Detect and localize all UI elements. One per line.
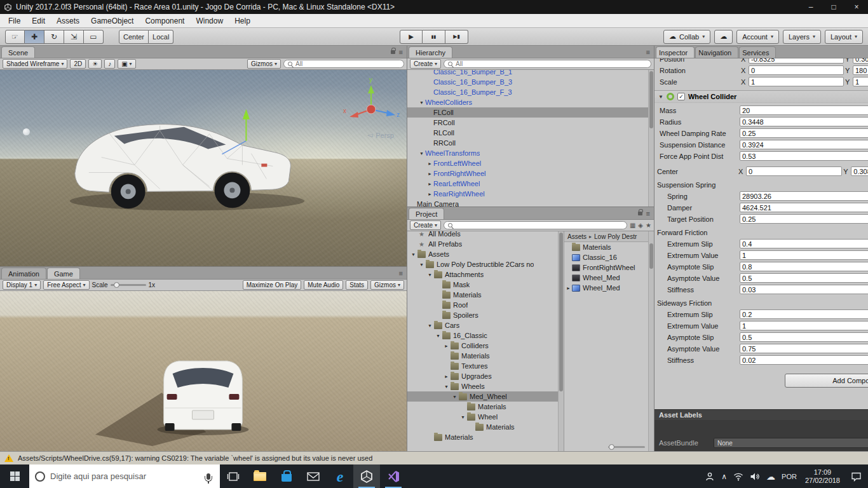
visual-studio-button[interactable] [380,464,407,488]
field-input[interactable] [740,285,868,294]
tab-scene[interactable]: Scene [1,46,35,58]
scale-slider[interactable] [111,284,146,286]
scene-viewport[interactable]: y x z ◅ Persp [0,70,407,266]
tab-animation[interactable]: Animation [1,268,46,279]
task-view-button[interactable] [220,464,247,488]
project-folder-item[interactable]: Wheels [407,381,558,391]
add-component-button[interactable]: Add Component [785,374,868,388]
x-input[interactable] [749,65,844,75]
pan-tool-button[interactable]: ☞ [5,30,25,44]
field-input[interactable] [740,250,868,260]
hierarchy-item[interactable]: WheelColliders [407,97,648,107]
menu-item[interactable]: GameObject [85,14,139,27]
volume-button[interactable] [747,464,763,488]
play-button[interactable]: ▶ [400,30,423,44]
mail-button[interactable] [300,464,327,488]
scene-gizmos-dropdown[interactable]: Gizmos▾ [247,59,281,69]
field-input[interactable] [740,191,868,201]
project-folder-item[interactable]: Textures [407,361,558,371]
hierarchy-item[interactable]: Main Camera [407,199,648,207]
field-input[interactable] [740,203,868,212]
breadcrumb-root[interactable]: Assets [567,233,587,240]
hierarchy-item[interactable]: RLColl [407,128,648,138]
cloud-services-button[interactable]: ☁ [714,30,733,44]
foldout-icon[interactable] [426,323,433,328]
hierarchy-search-input[interactable] [456,60,647,67]
stats-toggle[interactable]: Stats [346,280,368,290]
taskbar-search-input[interactable] [50,471,201,481]
step-button[interactable]: ▶▮ [445,30,468,44]
inspector-tab[interactable]: Navigation [695,46,738,58]
hierarchy-item[interactable]: WheelTransforms [407,148,648,158]
hierarchy-item[interactable]: RearLeftWheel [407,179,648,189]
project-folder-item[interactable]: All Prefabs [407,239,558,249]
foldout-icon[interactable] [566,286,571,290]
people-button[interactable] [702,464,718,488]
project-search-input[interactable] [456,222,623,229]
tab-project[interactable]: Project [409,208,444,219]
scene-search-input[interactable] [295,60,400,67]
project-folder-item[interactable]: Materials [407,351,558,361]
foldout-icon[interactable] [410,252,417,257]
foldout-icon[interactable] [426,161,433,166]
foldout-icon[interactable] [418,151,425,156]
field-input[interactable] [740,140,868,149]
field-input[interactable] [740,262,868,271]
hierarchy-create-dropdown[interactable]: Create▾ [410,59,441,69]
scrollbar-thumb[interactable] [649,243,653,269]
hierarchy-item[interactable]: FrontRightWheel [407,168,648,179]
account-dropdown[interactable]: Account▾ [736,30,779,44]
x-input[interactable] [746,166,842,176]
project-folder-item[interactable]: All Models [407,231,558,239]
mute-audio-toggle[interactable]: Mute Audio [304,280,343,290]
layout-dropdown[interactable]: Layout▾ [825,30,863,44]
project-folder-item[interactable]: Cars [407,320,558,330]
lock-icon[interactable] [391,50,395,54]
axis-center-ball[interactable] [367,105,376,114]
action-center-button[interactable] [845,471,867,482]
field-input[interactable] [740,332,868,342]
effects-dropdown[interactable]: ▣▾ [118,59,135,69]
status-bar[interactable]: Assets/Scripts/WheelDrive.cs(59,17): war… [0,451,868,464]
microphone-icon[interactable] [207,473,210,480]
hierarchy-item[interactable]: RRColl [407,138,648,148]
favorites-icon[interactable]: ★ [646,222,651,229]
scene-search-box[interactable] [283,60,404,68]
hierarchy-scrollbar[interactable] [648,70,654,207]
project-folder-item[interactable]: Wheel [407,412,558,422]
project-folder-item[interactable]: Spoilers [407,310,558,320]
pivot-button[interactable]: Center [119,30,149,44]
project-folder-item[interactable]: Med_Wheel [407,391,558,402]
field-input[interactable] [740,321,868,330]
perspective-toggle[interactable]: ◅ Persp [367,131,394,139]
y-input[interactable] [853,77,868,86]
panel-menu-icon[interactable]: ≡ [399,269,403,277]
asset-labels-header[interactable]: Asset Labels ◈ [654,409,868,420]
foldout-icon[interactable] [443,374,450,379]
scale-tool-button[interactable]: ⇲ [64,30,84,44]
hierarchy-item[interactable]: Classic_16_Bumper_B_1 [407,70,648,77]
hierarchy-item[interactable]: Classic_16_Bumper_B_3 [407,77,648,87]
game-gizmos-dropdown[interactable]: Gizmos▾ [370,280,404,290]
asset-item[interactable]: Wheel_Med [564,273,654,283]
field-input[interactable] [740,239,868,248]
foldout-icon[interactable] [443,384,450,389]
field-input[interactable] [740,214,868,224]
project-folder-item[interactable]: Materials [407,432,558,442]
display-dropdown[interactable]: Display 1▾ [3,280,41,290]
project-tree-scrollbar[interactable] [558,231,564,451]
pause-button[interactable]: ▮▮ [423,30,445,44]
light-gizmo[interactable] [23,128,30,135]
rotate-tool-button[interactable]: ↻ [44,30,64,44]
assetbundle-dropdown[interactable]: None▾ [714,438,868,448]
project-folder-item[interactable]: Materials [407,422,558,432]
project-folder-item[interactable]: Materials [407,290,558,300]
field-input[interactable] [740,355,868,365]
network-button[interactable] [730,464,747,488]
hierarchy-search-box[interactable] [444,60,651,68]
maximize-button[interactable]: □ [822,0,845,14]
unity-app-button[interactable] [353,464,380,488]
wheel-collider-header[interactable]: ▼ ✓ Wheel Collider ▤ ⚙ [654,90,868,103]
project-folder-item[interactable]: Upgrades [407,371,558,381]
shading-mode-dropdown[interactable]: Shaded Wireframe▾ [3,59,67,69]
